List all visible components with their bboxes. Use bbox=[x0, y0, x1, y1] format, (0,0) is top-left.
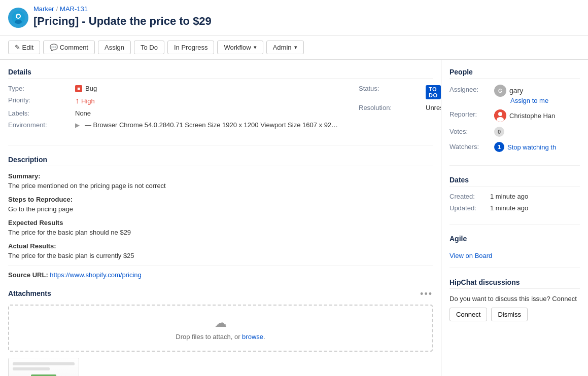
drop-text: Drop files to attach, or bbox=[176, 333, 242, 341]
reporter-row: Reporter: Christophe Han bbox=[449, 109, 580, 122]
issue-id-link[interactable]: MAR-131 bbox=[60, 5, 88, 13]
attachments-header: Attachments ••• bbox=[8, 289, 433, 299]
attachments-more-icon[interactable]: ••• bbox=[420, 289, 433, 299]
details-grid-left: Type: ■ Bug Priority: ↑ High Labels: Non… bbox=[8, 85, 338, 129]
thumb-line-2 bbox=[13, 367, 50, 370]
agile-title: Agile bbox=[449, 235, 580, 245]
upload-icon: ☁ bbox=[19, 316, 422, 330]
assign-button[interactable]: Assign bbox=[98, 41, 131, 54]
type-value: ■ Bug bbox=[75, 85, 338, 92]
source-label: Source URL: bbox=[8, 271, 48, 279]
hipchat-section: HipChat discussions Do you want to discu… bbox=[449, 278, 580, 329]
status-todo-button[interactable]: To Do bbox=[134, 41, 164, 54]
workflow-button[interactable]: Workflow bbox=[217, 41, 263, 54]
actual-text: The price for the basic plan is currentl… bbox=[8, 252, 433, 259]
admin-button[interactable]: Admin bbox=[266, 41, 304, 54]
description-divider bbox=[8, 266, 433, 266]
dismiss-button[interactable]: Dismiss bbox=[491, 308, 528, 321]
steps-text: Go to the pricing page bbox=[8, 205, 433, 213]
labels-label: Labels: bbox=[8, 109, 69, 117]
people-section: People Assignee: G gary Assign to me Rep… bbox=[449, 68, 580, 166]
votes-value: 0 bbox=[494, 127, 504, 137]
priority-icon: ↑ bbox=[75, 96, 79, 105]
watchers-label: Watchers: bbox=[449, 142, 490, 151]
svg-point-3 bbox=[16, 14, 18, 16]
dates-title: Dates bbox=[449, 176, 580, 186]
sidebar: People Assignee: G gary Assign to me Rep… bbox=[441, 60, 588, 376]
hipchat-text: Do you want to discuss this issue? Conne… bbox=[449, 295, 580, 303]
created-value: 1 minute ago bbox=[490, 193, 528, 200]
project-link[interactable]: Marker bbox=[33, 5, 54, 13]
priority-label: Priority: bbox=[8, 96, 69, 105]
project-logo bbox=[8, 8, 28, 28]
in-progress-button[interactable]: In Progress bbox=[167, 41, 214, 54]
summary-text: The price mentioned on the pricing page … bbox=[8, 182, 433, 190]
type-label: Type: bbox=[8, 85, 69, 92]
env-expand-icon[interactable]: ▶ bbox=[75, 122, 80, 129]
resolution-label: Resolution: bbox=[359, 104, 420, 111]
votes-row: Votes: 0 bbox=[449, 127, 580, 137]
watchers-badge: 1 bbox=[494, 142, 504, 152]
reporter-avatar bbox=[494, 109, 506, 122]
assignee-value: G gary Assign to me bbox=[494, 85, 548, 104]
toolbar: ✎ Edit 💬 Comment Assign To Do In Progres… bbox=[0, 35, 588, 60]
source-url-row: Source URL: https://www.shopify.com/pric… bbox=[8, 271, 433, 279]
assign-to-me-link[interactable]: Assign to me bbox=[510, 97, 548, 104]
comment-button[interactable]: 💬 Comment bbox=[43, 41, 95, 54]
updated-row: Updated: 1 minute ago bbox=[449, 204, 580, 212]
content-area: Details Type: ■ Bug Priority: ↑ High bbox=[0, 60, 441, 376]
dates-section: Dates Created: 1 minute ago Updated: 1 m… bbox=[449, 176, 580, 224]
watchers-value: 1 Stop watching th bbox=[494, 142, 556, 152]
thumb-content bbox=[9, 358, 79, 376]
drop-period: . bbox=[263, 333, 265, 341]
environment-value: ▶ — Browser Chrome 54.0.2840.71 Screen S… bbox=[75, 121, 338, 129]
description-title: Description bbox=[8, 156, 433, 166]
breadcrumb: Marker / MAR-131 bbox=[33, 5, 220, 13]
assignee-name: gary bbox=[509, 87, 523, 95]
drop-zone[interactable]: ☁ Drop files to attach, or browse. bbox=[8, 305, 433, 352]
environment-text: — Browser Chrome 54.0.2840.71 Screen Siz… bbox=[85, 121, 338, 129]
details-title: Details bbox=[8, 68, 433, 79]
summary-label: Summary: bbox=[8, 172, 433, 180]
people-title: People bbox=[449, 68, 580, 79]
reporter-name: Christophe Han bbox=[509, 112, 555, 120]
hipchat-buttons: Connect Dismiss bbox=[449, 308, 580, 321]
description-section: Description Summary: The price mentioned… bbox=[8, 156, 433, 279]
status-badge: TO DO bbox=[426, 85, 441, 99]
environment-label: Environment: bbox=[8, 121, 69, 129]
expected-label: Expected Results bbox=[8, 219, 433, 227]
svg-point-4 bbox=[15, 20, 22, 24]
bug-icon: ■ bbox=[75, 85, 82, 92]
view-on-board-link[interactable]: View on Board bbox=[449, 252, 492, 259]
hipchat-title: HipChat discussions bbox=[449, 278, 580, 289]
edit-button[interactable]: ✎ Edit bbox=[8, 41, 40, 54]
attachments-title: Attachments bbox=[8, 289, 51, 299]
created-label: Created: bbox=[449, 193, 490, 200]
assignee-avatar: G bbox=[494, 85, 506, 97]
connect-button[interactable]: Connect bbox=[449, 308, 487, 321]
thumb-line-1 bbox=[13, 362, 75, 365]
watchers-row: Watchers: 1 Stop watching th bbox=[449, 142, 580, 152]
updated-value: 1 minute ago bbox=[490, 204, 528, 212]
status-label: Status: bbox=[359, 85, 420, 100]
labels-value: None bbox=[75, 109, 338, 117]
attachment-thumbnail[interactable] bbox=[8, 358, 79, 376]
created-row: Created: 1 minute ago bbox=[449, 193, 580, 200]
top-bar: Marker / MAR-131 [Pricing] - Update the … bbox=[0, 0, 588, 35]
reporter-label: Reporter: bbox=[449, 109, 490, 118]
attachments-section: Attachments ••• ☁ Drop files to attach, … bbox=[8, 289, 433, 376]
reporter-value: Christophe Han bbox=[494, 109, 555, 122]
expected-text: The price for the basic plan should ne $… bbox=[8, 229, 433, 236]
priority-value: ↑ High bbox=[75, 96, 338, 105]
source-url-link[interactable]: https://www.shopify.com/pricing bbox=[50, 271, 141, 279]
votes-badge: 0 bbox=[494, 127, 504, 137]
stop-watching-link[interactable]: Stop watching th bbox=[507, 143, 556, 151]
issue-title: [Pricing] - Update the price to $29 bbox=[33, 13, 220, 30]
steps-label: Steps to Reproduce: bbox=[8, 196, 433, 203]
updated-label: Updated: bbox=[449, 204, 490, 212]
agile-section: Agile View on Board bbox=[449, 235, 580, 268]
browse-link[interactable]: browse bbox=[242, 333, 263, 341]
resolution-value: Unresolved bbox=[426, 104, 441, 111]
status-value: TO DO (View workflow) bbox=[426, 85, 441, 100]
svg-point-6 bbox=[498, 112, 502, 116]
